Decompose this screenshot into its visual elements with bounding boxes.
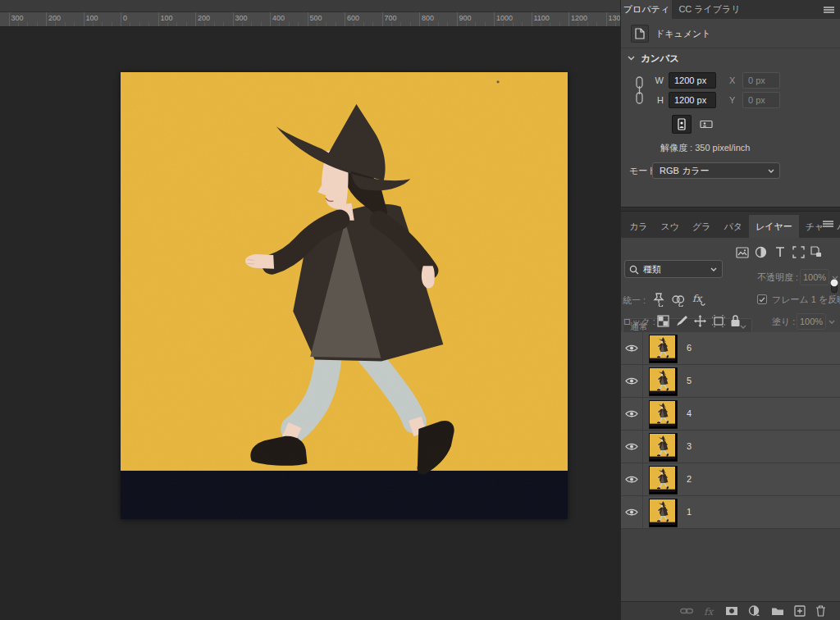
tab-スウ[interactable]: スウ bbox=[655, 215, 687, 238]
adjustment-layer-filter-icon[interactable] bbox=[755, 246, 767, 258]
unify-position-pin-icon[interactable] bbox=[652, 293, 665, 307]
ruler-label: 1300 bbox=[609, 14, 621, 22]
layer-filter-value: 種類 bbox=[643, 264, 661, 274]
layer-row[interactable]: 4 bbox=[621, 398, 840, 431]
mode-select[interactable]: RGB カラー bbox=[652, 162, 780, 179]
tab-cc-libraries[interactable]: CC ライブラリ bbox=[672, 0, 747, 19]
eye-icon bbox=[625, 442, 638, 451]
ruler-label: 500 bbox=[310, 14, 322, 22]
layer-thumbnail[interactable] bbox=[649, 335, 678, 363]
x-field: 0 px bbox=[742, 72, 780, 89]
delete-layer-trash-icon[interactable] bbox=[815, 605, 826, 617]
chevron-down-icon[interactable] bbox=[628, 56, 635, 61]
new-layer-icon[interactable] bbox=[794, 605, 806, 617]
fill-label: 塗り : bbox=[772, 313, 795, 330]
layers-bottom-toolbar: fx bbox=[621, 601, 840, 620]
layer-name: 3 bbox=[687, 431, 692, 463]
check-icon bbox=[759, 297, 765, 303]
layer-visibility-toggle[interactable] bbox=[621, 398, 643, 430]
tab-レイヤー[interactable]: レイヤー bbox=[749, 215, 799, 238]
new-adjustment-layer-icon[interactable] bbox=[748, 605, 761, 617]
opacity-value: 100% bbox=[800, 269, 829, 285]
unify-label: 統一 : bbox=[623, 292, 646, 308]
height-label: H bbox=[652, 92, 664, 108]
ruler-label: 1000 bbox=[496, 14, 513, 22]
ruler-label: 800 bbox=[422, 14, 434, 22]
pixel-layer-filter-icon[interactable] bbox=[736, 247, 749, 258]
document-label: ドキュメント bbox=[655, 25, 711, 43]
layer-thumbnail[interactable] bbox=[649, 367, 678, 396]
ruler-label: 600 bbox=[347, 14, 359, 22]
layer-visibility-toggle[interactable] bbox=[621, 365, 643, 397]
layer-thumbnail[interactable] bbox=[649, 433, 678, 462]
layers-panel-menu-icon[interactable] bbox=[823, 221, 833, 227]
height-field[interactable]: 1200 px bbox=[669, 92, 716, 108]
fill-value: 100% bbox=[797, 313, 826, 330]
layer-list: 6 5 4 3 2 bbox=[621, 332, 840, 601]
layer-filter-select[interactable]: 種類 bbox=[624, 260, 723, 278]
unify-style-fx-icon[interactable]: fx bbox=[692, 292, 708, 307]
lock-artboard-icon[interactable] bbox=[712, 315, 725, 327]
layer-thumbnail[interactable] bbox=[649, 499, 678, 527]
canvas-area: 3002001000100200300400500600700800900100… bbox=[0, 0, 620, 620]
layer-row[interactable]: 6 bbox=[621, 332, 840, 365]
filter-toggle-switch[interactable] bbox=[830, 279, 838, 294]
opacity-label: 不透明度 : bbox=[757, 269, 798, 285]
photoshop-window: 3002001000100200300400500600700800900100… bbox=[0, 0, 840, 620]
layer-name: 2 bbox=[687, 463, 692, 495]
layer-thumbnail[interactable] bbox=[649, 466, 678, 495]
new-group-folder-icon[interactable] bbox=[771, 606, 784, 616]
properties-tab-bar: プロパティ CC ライブラリ bbox=[621, 0, 840, 19]
document-canvas[interactable] bbox=[121, 72, 568, 519]
layer-row[interactable]: 1 bbox=[621, 496, 840, 529]
type-layer-filter-icon[interactable] bbox=[774, 246, 786, 258]
layer-row[interactable]: 5 bbox=[621, 365, 840, 398]
unify-visibility-rings-icon[interactable] bbox=[671, 294, 686, 307]
add-mask-icon[interactable] bbox=[725, 606, 738, 616]
ruler: 3002001000100200300400500600700800900100… bbox=[0, 12, 620, 27]
layer-row[interactable]: 3 bbox=[621, 431, 840, 463]
ruler-label: 300 bbox=[11, 14, 24, 22]
canvas-section-title: カンバス bbox=[641, 52, 679, 65]
lock-transparency-icon[interactable] bbox=[657, 315, 669, 327]
ruler-label: 100 bbox=[86, 14, 98, 22]
layer-visibility-toggle[interactable] bbox=[621, 463, 643, 495]
landscape-orientation-icon[interactable] bbox=[696, 115, 716, 134]
resolution-text: 解像度 : 350 pixel/inch bbox=[660, 141, 750, 154]
layers-tab-bar: カラスウグラパタレイヤーチャパス bbox=[621, 212, 840, 238]
layer-thumbnail[interactable] bbox=[649, 400, 678, 429]
width-field[interactable]: 1200 px bbox=[669, 72, 716, 89]
layer-row[interactable]: 2 bbox=[621, 463, 840, 496]
layer-visibility-toggle[interactable] bbox=[621, 496, 643, 528]
y-field: 0 px bbox=[742, 92, 780, 108]
tab-パタ[interactable]: パタ bbox=[718, 215, 750, 238]
layer-visibility-toggle[interactable] bbox=[621, 332, 643, 364]
layer-visibility-toggle[interactable] bbox=[621, 431, 643, 463]
layer-name: 5 bbox=[687, 365, 692, 397]
tab-グラ[interactable]: グラ bbox=[686, 215, 718, 238]
chevron-down-icon bbox=[832, 276, 838, 280]
chevron-down-icon bbox=[710, 267, 717, 271]
ruler-label: 200 bbox=[48, 14, 61, 22]
eye-icon bbox=[625, 344, 638, 353]
lock-all-padlock-icon[interactable] bbox=[730, 314, 741, 327]
layer-style-fx-icon[interactable]: fx bbox=[703, 606, 715, 617]
tab-カラ[interactable]: カラ bbox=[623, 215, 655, 238]
frame-propagate-checkbox[interactable] bbox=[757, 294, 767, 304]
ruler-label: 1200 bbox=[571, 14, 587, 22]
panel-menu-icon[interactable] bbox=[824, 7, 834, 13]
smart-object-filter-icon[interactable] bbox=[810, 246, 822, 258]
tab-properties[interactable]: プロパティ bbox=[621, 0, 672, 19]
ruler-label: 200 bbox=[198, 14, 210, 22]
lock-position-move-icon[interactable] bbox=[694, 315, 706, 327]
eye-icon bbox=[625, 508, 638, 517]
lock-pixels-brush-icon[interactable] bbox=[676, 315, 688, 327]
ruler-label: 900 bbox=[459, 14, 472, 22]
shape-layer-filter-icon[interactable] bbox=[792, 246, 805, 258]
link-layers-icon[interactable] bbox=[680, 607, 693, 615]
portrait-orientation-icon[interactable] bbox=[672, 115, 692, 134]
right-panel: プロパティ CC ライブラリ ドキュメント カンバス W 1200 px X 0… bbox=[620, 0, 840, 620]
chevron-down-icon bbox=[768, 169, 774, 173]
link-constrain-icon[interactable] bbox=[634, 76, 645, 104]
search-icon bbox=[629, 265, 639, 275]
